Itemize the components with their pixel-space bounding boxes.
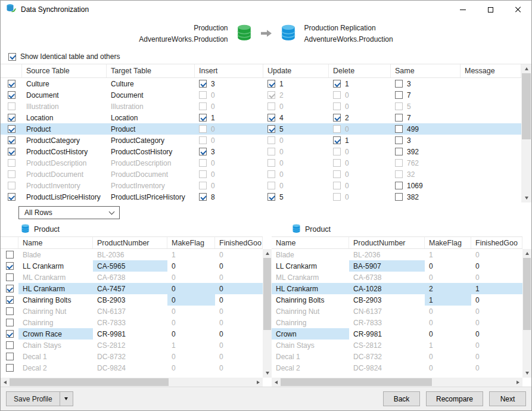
scroll-right-arrow[interactable] <box>254 378 263 387</box>
sync-table-row[interactable]: ProductCostHistoryProductCostHistory3003… <box>1 146 521 157</box>
source-table-cell[interactable]: Illustration <box>22 101 107 112</box>
cell-makeflag[interactable]: 0 <box>167 306 215 317</box>
data-row[interactable]: Chainring BoltsCB-290310 <box>272 294 522 306</box>
column-header-source-table[interactable]: Source Table <box>22 64 107 77</box>
row-select-cell[interactable] <box>1 146 22 157</box>
update-checkbox[interactable] <box>267 182 275 189</box>
target-table-cell[interactable]: ProductInventory <box>107 180 195 191</box>
row-filter-dropdown[interactable]: All Rows <box>18 206 120 219</box>
update-cell[interactable]: 4 <box>263 112 329 123</box>
cell-finishedgoo[interactable]: 0 <box>471 362 522 373</box>
data-row[interactable]: BladeBL-203610 <box>272 249 522 260</box>
recompare-button[interactable]: Recompare <box>426 391 483 406</box>
cell-finishedgoo[interactable]: 0 <box>471 249 522 260</box>
cell-finishedgoo[interactable]: 0 <box>215 317 263 328</box>
sync-table-row[interactable]: ProductListPriceHistoryProductListPriceH… <box>1 191 521 203</box>
column-header-same[interactable]: Same <box>391 64 461 77</box>
row-select-cell[interactable] <box>1 169 22 180</box>
data-row[interactable]: Chainring NutCN-613700 <box>272 306 522 317</box>
sync-table-row[interactable]: IllustrationIllustration0005 <box>1 101 521 112</box>
insert-cell[interactable]: 1 <box>195 112 263 123</box>
cell-finishedgoo[interactable]: 0 <box>471 351 522 362</box>
target-table-cell[interactable]: ProductListPriceHistory <box>107 191 195 203</box>
row-select-checkbox[interactable] <box>6 353 14 360</box>
target-table-cell[interactable]: Illustration <box>107 101 195 112</box>
row-select-checkbox[interactable] <box>8 148 15 155</box>
data-row[interactable]: Chain StaysCS-281210 <box>1 340 263 351</box>
target-table-cell[interactable]: Product <box>107 123 195 135</box>
row-select-checkbox[interactable] <box>6 364 14 372</box>
insert-cell[interactable]: 8 <box>195 191 263 203</box>
save-profile-button[interactable]: Save Profile <box>6 391 73 406</box>
cell-productnumber[interactable]: CA-6738 <box>349 272 425 283</box>
cell-makeflag[interactable]: 0 <box>167 283 215 294</box>
scroll-right-arrow[interactable] <box>514 378 522 387</box>
row-select-cell[interactable] <box>1 294 18 306</box>
row-select-cell[interactable] <box>1 340 18 351</box>
column-header-finishedgoods[interactable]: FinishedGoo <box>471 237 522 248</box>
update-checkbox[interactable] <box>267 91 275 99</box>
delete-checkbox[interactable] <box>333 170 341 178</box>
target-horizontal-scrollbar[interactable] <box>272 378 522 387</box>
column-header-select[interactable] <box>1 64 22 77</box>
row-select-checkbox[interactable] <box>8 182 15 189</box>
cell-productnumber[interactable]: CA-1028 <box>349 283 425 294</box>
close-button[interactable] <box>504 1 531 18</box>
row-select-cell[interactable] <box>1 362 18 373</box>
cell-name[interactable]: ML Crankarm <box>18 272 93 283</box>
cell-makeflag[interactable]: 2 <box>425 283 471 294</box>
row-select-cell[interactable] <box>1 249 18 260</box>
source-table-cell[interactable]: ProductListPriceHistory <box>22 191 107 203</box>
data-row[interactable]: ML CrankarmCA-673800 <box>272 272 522 283</box>
cell-makeflag[interactable]: 0 <box>425 351 471 362</box>
scroll-down-arrow[interactable] <box>521 194 531 203</box>
delete-checkbox[interactable] <box>333 91 341 99</box>
cell-name[interactable]: Chainring Bolts <box>272 294 349 306</box>
cell-productnumber[interactable]: CA-6738 <box>93 272 167 283</box>
cell-finishedgoo[interactable]: 0 <box>215 260 263 272</box>
data-row[interactable]: Decal 2DC-982400 <box>1 362 263 373</box>
data-row[interactable]: LL CrankarmBA-590700 <box>272 260 522 272</box>
same-cell[interactable]: 5 <box>391 101 461 112</box>
target-table-cell[interactable]: ProductCostHistory <box>107 146 195 157</box>
insert-cell[interactable]: 0 <box>195 169 263 180</box>
row-select-cell[interactable] <box>1 306 18 317</box>
update-checkbox[interactable] <box>267 125 275 133</box>
scroll-left-arrow[interactable] <box>1 378 10 387</box>
sync-table-row[interactable]: DocumentDocument0207 <box>1 89 521 101</box>
cell-productnumber[interactable]: CN-6137 <box>349 306 425 317</box>
row-select-checkbox[interactable] <box>8 170 15 178</box>
insert-checkbox[interactable] <box>199 114 207 122</box>
column-header-productnumber[interactable]: ProductNumber <box>93 237 167 248</box>
column-header-insert[interactable]: Insert <box>195 64 263 77</box>
same-cell[interactable]: 7 <box>391 112 461 123</box>
same-cell[interactable]: 3 <box>391 78 461 89</box>
save-profile-dropdown[interactable] <box>60 392 73 406</box>
scroll-track[interactable] <box>522 258 531 369</box>
cell-name[interactable]: Chain Stays <box>272 340 349 351</box>
insert-cell[interactable]: 0 <box>195 135 263 146</box>
delete-checkbox[interactable] <box>333 114 341 122</box>
scroll-up-arrow[interactable] <box>263 249 272 258</box>
next-button[interactable]: Next <box>489 391 526 406</box>
column-header-name[interactable]: Name <box>18 237 93 248</box>
same-checkbox[interactable] <box>395 80 403 88</box>
column-header-update[interactable]: Update <box>263 64 329 77</box>
data-row[interactable]: CrownCR-998100 <box>272 328 522 340</box>
row-select-checkbox[interactable] <box>8 80 15 88</box>
column-header-makeflag[interactable]: MakeFlag <box>425 237 471 248</box>
delete-checkbox[interactable] <box>333 125 341 133</box>
same-cell[interactable]: 7 <box>391 89 461 101</box>
column-header-select[interactable] <box>1 237 18 248</box>
scroll-down-arrow[interactable] <box>522 369 531 378</box>
update-checkbox[interactable] <box>267 170 275 178</box>
scroll-thumb[interactable] <box>263 258 271 330</box>
data-row[interactable]: Decal 1DC-873200 <box>1 351 263 362</box>
cell-makeflag[interactable]: 0 <box>425 260 471 272</box>
row-select-checkbox[interactable] <box>6 285 14 292</box>
same-cell[interactable]: 499 <box>391 123 461 135</box>
row-select-cell[interactable] <box>1 180 22 191</box>
target-table-cell[interactable]: Document <box>107 89 195 101</box>
column-header-finishedgoods[interactable]: FinishedGoo <box>215 237 263 248</box>
cell-productnumber[interactable]: DC-9824 <box>93 362 167 373</box>
